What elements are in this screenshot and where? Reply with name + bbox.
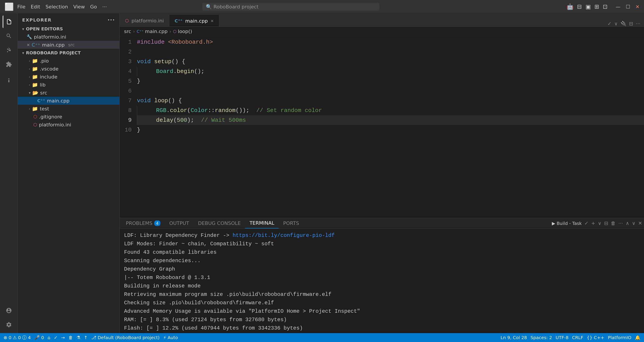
status-auto[interactable]: ⚡ Auto (163, 335, 178, 340)
tree-item-vscode[interactable]: › 📁 .vscode (18, 65, 120, 73)
project-arrow: ▾ (22, 51, 24, 55)
status-home-icon[interactable]: ⌂ (48, 335, 50, 340)
tree-item-pio[interactable]: › 📁 .pio (18, 57, 120, 65)
tab-platformio-ini[interactable]: ⬡ platformio.ini (120, 15, 169, 26)
tab-cpp-close[interactable]: ✕ (210, 19, 214, 23)
tree-item-test[interactable]: › 📁 test (18, 105, 120, 113)
menu-file[interactable]: File (17, 4, 26, 10)
plug-icon[interactable]: 🔌 (620, 21, 626, 26)
open-editors-label: OPEN EDITORS (26, 26, 63, 32)
status-check-icon[interactable]: ✓ (54, 335, 58, 340)
status-eol[interactable]: CRLF (572, 335, 583, 340)
gitignore-label: .gitignore (39, 114, 62, 119)
menu-selection[interactable]: Selection (46, 4, 68, 10)
close-dirty-icon[interactable]: ✕ (26, 43, 30, 47)
activity-debug[interactable] (3, 74, 15, 86)
token-delay-paren-close: ); (187, 115, 201, 125)
sidebar-more-icon[interactable]: ··· (108, 17, 115, 23)
line-num-2: 2 (120, 47, 132, 57)
project-section[interactable]: ▾ ROBOBOARD PROJECT (18, 49, 120, 57)
status-notification-icon[interactable]: 🔔 (635, 335, 640, 340)
tree-item-gitignore[interactable]: ⬡ .gitignore (18, 113, 120, 121)
status-trash-icon[interactable]: 🗑 (68, 335, 73, 340)
terminal-chevron-icon[interactable]: ∨ (598, 221, 602, 226)
open-editor-platformio-ini[interactable]: 🔧 platformio.ini (18, 33, 120, 41)
tree-item-src[interactable]: ▾ 📂 src (18, 89, 120, 97)
close-button[interactable]: ✕ (636, 4, 640, 10)
status-encoding[interactable]: UTF-8 (556, 335, 568, 340)
more-actions-icon[interactable]: ··· (636, 21, 640, 26)
maximize-button[interactable]: ☐ (626, 4, 630, 10)
panel-close-icon[interactable]: ✕ (638, 221, 642, 226)
activity-explorer[interactable] (3, 16, 15, 28)
menu-edit[interactable]: Edit (31, 4, 40, 10)
breadcrumb-src[interactable]: src (124, 29, 131, 34)
activity-search[interactable] (3, 30, 15, 42)
status-left: ⊗ 0 ⚠ 0 ⓘ 4 🎤 0 ⌂ ✓ → 🗑 ⚗ ↑ ⎇ (4, 335, 178, 341)
term-line-11: RAM: [= ] 8.3% (used 27124 bytes from 32… (124, 316, 640, 324)
breadcrumb: src › C⁺⁺ main.cpp › ⬡ loop() (120, 27, 644, 36)
activity-extensions[interactable] (3, 58, 15, 71)
line-num-1: 1 (120, 37, 132, 47)
terminal-content[interactable]: LDF: Library Dependency Finder -> https:… (120, 229, 644, 333)
token-close-brace-2: } (137, 125, 140, 135)
layout3-icon[interactable]: ⊞ (594, 3, 599, 10)
breadcrumb-cpp[interactable]: C⁺⁺ main.cpp (137, 29, 168, 34)
status-language[interactable]: {} C++ (587, 335, 604, 340)
chevron-down-icon[interactable]: ∨ (614, 21, 618, 26)
mic-count: 0 (41, 335, 44, 340)
panel-tab-output[interactable]: OUTPUT (165, 218, 194, 228)
status-arrow-icon[interactable]: → (61, 335, 65, 340)
copilot-icon[interactable]: 🤖 (566, 3, 574, 10)
error-icon: ⊗ (4, 335, 7, 340)
layout2-icon[interactable]: ▣ (586, 3, 591, 10)
token-color: color (170, 106, 187, 115)
panel-tab-terminal[interactable]: TERMINAL (245, 218, 279, 228)
panel-collapse-icon[interactable]: ∧ (626, 221, 629, 226)
activity-settings[interactable] (3, 318, 15, 331)
new-terminal-icon[interactable]: + (591, 221, 595, 226)
status-upload-icon[interactable]: ↑ (84, 335, 88, 340)
status-mic[interactable]: 🎤 0 (34, 335, 44, 340)
search-bar[interactable]: 🔍 RoboBoard project (202, 3, 380, 11)
tree-item-lib[interactable]: › 📁 lib (18, 81, 120, 89)
status-position[interactable]: Ln 9, Col 28 (501, 335, 527, 340)
breadcrumb-cpp-icon: C⁺⁺ (137, 29, 144, 34)
split-terminal-icon[interactable]: ⊟ (604, 221, 608, 226)
status-errors[interactable]: ⊗ 0 ⚠ 0 ⓘ 4 (4, 335, 31, 341)
token-setup-fn: setup (154, 57, 172, 67)
panel-tab-debug[interactable]: DEBUG CONSOLE (194, 218, 245, 228)
split-editor-icon[interactable]: ⊟ (629, 21, 633, 26)
check-icon[interactable]: ✓ (608, 21, 612, 26)
status-flask-icon[interactable]: ⚗ (76, 335, 80, 340)
open-editor-main-cpp[interactable]: ✕ C⁺⁺ main.cpp src (18, 41, 120, 49)
panel-tab-problems[interactable]: PROBLEMS 4 (122, 218, 165, 228)
breadcrumb-loop[interactable]: ⬡ loop() (173, 29, 192, 34)
terminal-more-icon[interactable]: ··· (618, 221, 623, 226)
menu-view[interactable]: View (73, 4, 85, 10)
panel-tab-ports[interactable]: PORTS (279, 218, 304, 228)
status-branch[interactable]: ⎇ Default (RoboBoard project) (91, 335, 160, 340)
activity-source-control[interactable] (3, 44, 15, 56)
build-check-icon[interactable]: ✓ (584, 221, 588, 226)
tree-item-platformio-ini[interactable]: ⬡ platformio.ini (18, 121, 120, 129)
panel-restore-icon[interactable]: ∨ (632, 221, 635, 226)
status-platformio[interactable]: PlatformIO (608, 335, 631, 340)
menu-more[interactable]: ··· (102, 4, 107, 10)
tree-item-main-cpp[interactable]: C⁺⁺ main.cpp (18, 97, 120, 105)
menu-go[interactable]: Go (90, 4, 97, 10)
layout4-icon[interactable]: ⊡ (603, 3, 608, 10)
activity-account[interactable] (3, 304, 15, 317)
term-link[interactable]: https://bit.ly/configure-pio-ldf (232, 232, 335, 238)
minimize-button[interactable]: — (616, 4, 620, 10)
layout-icon[interactable]: ⊟ (577, 3, 582, 10)
token-space-3 (151, 96, 154, 106)
tree-item-include[interactable]: › 📁 include (18, 73, 120, 81)
open-editors-section[interactable]: ▾ OPEN EDITORS (18, 25, 120, 33)
spaces-label: Spaces: 2 (530, 335, 552, 340)
tab-main-cpp[interactable]: C⁺⁺ main.cpp ✕ (169, 15, 219, 26)
sidebar: EXPLORER ··· ▾ OPEN EDITORS 🔧 platformio… (18, 13, 120, 333)
delete-terminal-icon[interactable]: 🗑 (611, 221, 616, 226)
status-spaces[interactable]: Spaces: 2 (530, 335, 552, 340)
code-lines[interactable]: #include <Roboboard.h> void setup() { Bo… (135, 36, 644, 218)
